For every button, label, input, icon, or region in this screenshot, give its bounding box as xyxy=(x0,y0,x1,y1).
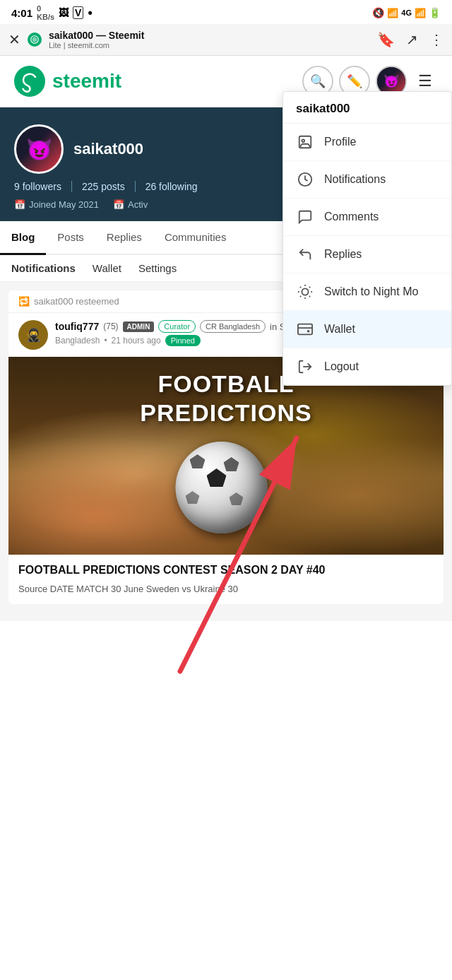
author-time: 21 hours ago xyxy=(112,336,161,346)
badge-admin: ADMIN xyxy=(123,321,155,332)
night-mode-icon xyxy=(296,283,314,301)
posts-stat: 225 posts xyxy=(82,181,136,192)
logo: steemit xyxy=(14,66,121,97)
share-button[interactable]: ↗ xyxy=(406,31,418,48)
svg-line-7 xyxy=(300,287,301,288)
menu-item-comments[interactable]: Comments xyxy=(283,199,451,236)
browser-actions: 🔖 ↗ ⋮ xyxy=(377,31,444,48)
steemit-logo-icon xyxy=(14,66,45,97)
network-icon: 4G xyxy=(401,8,412,17)
comments-icon xyxy=(296,208,314,226)
post-text-section: FOOTBALL PREDICTIONS CONTEST SEASON 2 DA… xyxy=(8,555,444,604)
profile-username: saikat000 xyxy=(73,140,143,158)
wallet-label: Wallet xyxy=(324,323,355,336)
notifications-label: Notifications xyxy=(324,173,386,186)
active-calendar-icon: 📅 xyxy=(113,199,124,210)
status-right: 🔇 📶 4G 📶 🔋 xyxy=(372,7,441,18)
logout-icon xyxy=(296,358,314,376)
sub-nav-notifications[interactable]: Notifications xyxy=(11,262,76,274)
profile-label: Profile xyxy=(324,136,356,148)
more-button[interactable]: ⋮ xyxy=(429,31,444,48)
site-header: steemit 🔍 ✏️ 😈 ☰ saikat000 xyxy=(0,56,452,107)
notifications-icon xyxy=(296,170,314,189)
logout-label: Logout xyxy=(324,360,359,373)
author-avatar: 🥷 xyxy=(18,320,48,350)
menu-item-logout[interactable]: Logout xyxy=(283,348,451,385)
v-icon: V xyxy=(73,6,83,19)
menu-item-profile[interactable]: Profile xyxy=(283,124,451,161)
post-image: FOOTBALL PREDICTIONS xyxy=(8,357,444,555)
menu-item-notifications[interactable]: Notifications xyxy=(283,161,451,199)
night-mode-label: Switch to Night Mo xyxy=(324,285,418,298)
sub-nav-wallet[interactable]: Wallet xyxy=(93,262,121,274)
tab-blog[interactable]: Blog xyxy=(0,221,46,255)
status-time: 4:01 xyxy=(11,7,32,19)
signal2-icon: 📶 xyxy=(415,8,426,18)
svg-line-8 xyxy=(309,296,310,297)
status-kb: 0KB/s xyxy=(37,4,54,21)
badge-cr: CR Bangladesh xyxy=(200,320,266,333)
dropdown-username: saikat000 xyxy=(283,92,451,124)
calendar-icon: 📅 xyxy=(14,199,25,210)
browser-close-button[interactable]: ✕ xyxy=(8,31,20,48)
svg-rect-13 xyxy=(298,324,312,335)
browser-title: saikat000 — Steemit Lite | steemit.com xyxy=(49,30,370,49)
profile-avatar: 😈 xyxy=(14,124,64,174)
profile-icon xyxy=(296,133,314,151)
tab-communities[interactable]: Communities xyxy=(153,221,238,255)
replies-icon xyxy=(296,245,314,264)
joined-date: 📅 Joined May 2021 xyxy=(14,199,99,210)
replies-label: Replies xyxy=(324,248,362,261)
svg-point-2 xyxy=(302,139,304,142)
menu-item-replies[interactable]: Replies xyxy=(283,236,451,273)
svg-line-11 xyxy=(300,296,301,297)
post-title: FOOTBALL PREDICTIONS CONTEST SEASON 2 DA… xyxy=(18,563,434,578)
image-icon: 🖼 xyxy=(59,7,69,18)
svg-line-12 xyxy=(309,287,310,288)
badge-curator: Curator xyxy=(158,320,196,333)
edit-icon: ✏️ xyxy=(347,73,362,89)
site-name: steemit xyxy=(52,70,121,93)
post-snippet: Source DATE MATCH 30 June Sweden vs Ukra… xyxy=(18,582,434,596)
active-status: 📅 Activ xyxy=(113,199,148,210)
author-score: (75) xyxy=(103,321,118,331)
menu-item-night-mode[interactable]: Switch to Night Mo xyxy=(283,273,451,311)
svg-point-0 xyxy=(14,66,45,97)
dropdown-menu: saikat000 Profile Notifications xyxy=(282,91,452,386)
dot-icon: • xyxy=(88,6,92,20)
favicon xyxy=(28,33,42,47)
menu-item-wallet[interactable]: Wallet xyxy=(283,311,451,348)
tab-replies[interactable]: Replies xyxy=(95,221,153,255)
followers-stat: 9 followers xyxy=(14,181,72,192)
hamburger-button[interactable]: ☰ xyxy=(412,69,438,94)
mute-icon: 🔇 xyxy=(372,7,384,18)
following-stat: 26 following xyxy=(145,181,208,192)
retweet-icon: 🔁 xyxy=(18,296,30,307)
status-bar: 4:01 0KB/s 🖼 V • 🔇 📶 4G 📶 🔋 xyxy=(0,0,452,24)
badge-pinned: Pinned xyxy=(165,335,201,346)
signal-icon: 📶 xyxy=(387,8,398,18)
svg-point-4 xyxy=(302,288,308,295)
author-name: toufiq777 xyxy=(55,321,99,332)
search-icon: 🔍 xyxy=(310,73,326,89)
battery-icon: 🔋 xyxy=(429,7,441,18)
hamburger-icon: ☰ xyxy=(418,72,432,90)
svg-point-14 xyxy=(308,331,309,332)
sub-nav-settings[interactable]: Settings xyxy=(138,262,177,274)
author-community-full: Bangladesh xyxy=(55,336,100,346)
wallet-icon xyxy=(296,320,314,338)
bookmark-button[interactable]: 🔖 xyxy=(377,31,395,48)
comments-label: Comments xyxy=(324,211,379,223)
browser-bar: ✕ saikat000 — Steemit Lite | steemit.com… xyxy=(0,24,452,56)
tab-posts[interactable]: Posts xyxy=(46,221,95,255)
